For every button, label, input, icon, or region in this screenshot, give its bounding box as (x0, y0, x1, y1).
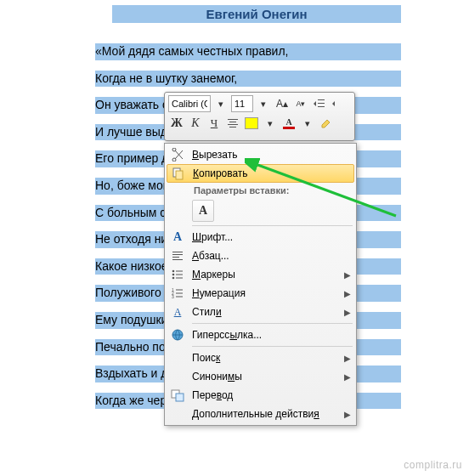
shrink-font-button[interactable]: A▾ (292, 95, 309, 112)
submenu-arrow-icon: ▶ (341, 289, 354, 298)
menu-label: Копировать (189, 167, 353, 179)
italic-button[interactable]: К (187, 115, 204, 132)
highlight-color-dropdown[interactable]: ▾ (262, 115, 279, 132)
bullets-menu-item[interactable]: Маркеры ▶ (167, 265, 354, 284)
svg-text:3: 3 (172, 294, 174, 299)
copy-icon (172, 167, 185, 180)
menu-label: Дополнительные действия (189, 408, 341, 420)
bullets-icon (171, 268, 184, 281)
copy-menu-item[interactable]: Копировать (167, 164, 354, 183)
poem-line: «Мой дядя самых честных правил, (95, 43, 401, 60)
paragraph-icon (171, 249, 184, 263)
bold-button[interactable]: Ж (168, 115, 185, 132)
submenu-arrow-icon: ▶ (341, 372, 354, 382)
mini-toolbar: ▾ ▾ A▴ A▾ Ж К Ч ▾ A ▾ (164, 92, 355, 141)
font-color-dropdown[interactable]: ▾ (299, 115, 316, 132)
align-center-button[interactable] (224, 115, 241, 132)
menu-label: Нумерация (189, 287, 341, 299)
svg-rect-10 (176, 394, 184, 401)
highlight-swatch-icon (245, 117, 258, 129)
doc-title: Евгений Онегин (112, 5, 401, 23)
font-name-dropdown[interactable]: ▾ (212, 95, 229, 112)
svg-point-3 (172, 274, 175, 276)
menu-label: Гиперссылка... (189, 329, 354, 341)
translate-icon (171, 388, 184, 402)
styles-icon: A (174, 306, 182, 319)
additional-actions-menu-item[interactable]: Дополнительные действия ▶ (167, 405, 354, 423)
submenu-arrow-icon: ▶ (341, 410, 354, 419)
styles-menu-item[interactable]: A Стили ▶ (167, 303, 354, 321)
svg-point-2 (172, 270, 175, 273)
menu-label: Синонимы (189, 371, 341, 382)
highlight-color-button[interactable] (243, 115, 260, 132)
font-color-icon: A (282, 117, 296, 129)
menu-label: Шрифт... (189, 231, 354, 243)
font-size-dropdown[interactable]: ▾ (255, 95, 272, 112)
paste-keep-text-button[interactable]: A (192, 200, 214, 222)
globe-icon (171, 328, 184, 342)
paste-options-header: Параметры вставки: (167, 183, 354, 198)
menu-label: Поиск (189, 352, 341, 364)
menu-label: Маркеры (189, 269, 341, 280)
format-painter-button[interactable] (318, 115, 335, 132)
watermark: complitra.ru (404, 459, 462, 471)
underline-button[interactable]: Ч (206, 115, 223, 132)
find-menu-item[interactable]: Поиск ▶ (167, 348, 354, 367)
numbering-icon: 123 (171, 286, 184, 300)
numbering-menu-item[interactable]: 123 Нумерация ▶ (167, 284, 354, 303)
menu-label: Перевод (189, 389, 354, 401)
menu-label: Стили (189, 306, 341, 318)
cut-menu-item[interactable]: Вырезать (167, 145, 354, 164)
font-menu-item[interactable]: A Шрифт... (167, 228, 354, 246)
font-icon: A (173, 230, 182, 244)
font-name-input[interactable] (168, 95, 211, 112)
submenu-arrow-icon: ▶ (341, 308, 354, 317)
context-menu: Вырезать Копировать Параметры вставки: A… (164, 143, 357, 426)
menu-label: Вырезать (189, 149, 354, 161)
hyperlink-menu-item[interactable]: Гиперссылка... (167, 326, 354, 344)
font-color-button[interactable]: A (280, 115, 297, 132)
scissors-icon (171, 148, 184, 162)
font-size-input[interactable] (231, 95, 253, 112)
menu-label: Абзац... (189, 250, 354, 262)
poem-line: Когда не в шутку занемог, (95, 71, 401, 88)
submenu-arrow-icon: ▶ (341, 354, 354, 363)
increase-indent-button[interactable] (330, 95, 347, 112)
svg-rect-1 (176, 171, 183, 179)
svg-point-4 (172, 277, 175, 280)
grow-font-button[interactable]: A▴ (274, 95, 291, 112)
paragraph-menu-item[interactable]: Абзац... (167, 246, 354, 265)
synonyms-menu-item[interactable]: Синонимы ▶ (167, 367, 354, 386)
translate-menu-item[interactable]: Перевод (167, 386, 354, 405)
decrease-indent-button[interactable] (311, 95, 328, 112)
submenu-arrow-icon: ▶ (341, 270, 354, 280)
